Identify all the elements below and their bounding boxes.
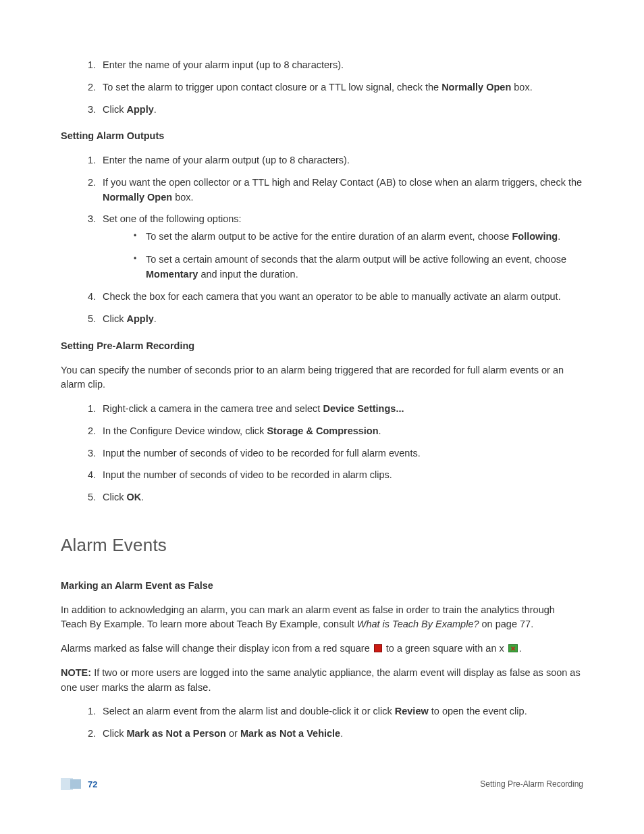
list-item: To set the alarm to trigger upon contact…: [99, 80, 583, 95]
subheading-marking-false: Marking an Alarm Event as False: [61, 579, 583, 594]
bold-text: Mark as Not a Vehicle: [240, 728, 340, 739]
step-text: to open the event clip.: [429, 706, 527, 716]
step-text: box.: [511, 82, 532, 93]
bold-text: Momentary: [146, 269, 198, 280]
red-square-icon: [374, 644, 382, 652]
step-text: Click: [103, 104, 126, 115]
bold-text: Following: [512, 231, 558, 242]
step-text: Click: [103, 492, 126, 502]
italic-text: What is Teach By Example?: [357, 619, 479, 629]
bold-text: Review: [395, 706, 429, 716]
para-text: to a green square with an x: [383, 643, 507, 654]
step-text: .: [340, 728, 343, 739]
bullet-text: To set a certain amount of seconds that …: [146, 254, 566, 265]
step-text: box.: [172, 192, 193, 203]
bold-text: Mark as Not a Person: [126, 728, 225, 739]
alarm-output-steps: Enter the name of your alarm output (up …: [61, 153, 583, 327]
list-item: Right-click a camera in the camera tree …: [99, 402, 583, 417]
bold-text: Storage & Compression: [267, 425, 378, 436]
list-item: Input the number of seconds of video to …: [99, 446, 583, 461]
subheading-alarm-outputs: Setting Alarm Outputs: [61, 129, 583, 144]
list-item: Enter the name of your alarm input (up t…: [99, 58, 583, 73]
bold-text: Normally Open: [441, 82, 511, 93]
para-text: .: [519, 643, 522, 654]
paragraph: In addition to acknowledging an alarm, y…: [61, 603, 583, 633]
step-text: If you want the open collector or a TTL …: [103, 177, 582, 188]
bold-text: OK: [126, 492, 141, 502]
note-text: If two or more users are logged into the…: [61, 667, 581, 693]
subheading-pre-alarm: Setting Pre-Alarm Recording: [61, 339, 583, 354]
list-item: If you want the open collector or a TTL …: [99, 176, 583, 205]
step-text: Click: [103, 313, 126, 324]
page-number: 72: [88, 778, 97, 791]
step-text: Input the number of seconds of video to …: [103, 448, 421, 459]
list-item: Select an alarm event from the alarm lis…: [99, 704, 583, 719]
step-text: Click: [103, 728, 126, 739]
step-text: Enter the name of your alarm input (up t…: [103, 59, 344, 70]
step-text: Set one of the following options:: [103, 213, 242, 224]
step-text: Input the number of seconds of video to …: [103, 469, 392, 480]
list-item: Enter the name of your alarm output (up …: [99, 153, 583, 168]
footer-section-label: Setting Pre-Alarm Recording: [480, 778, 583, 790]
note-paragraph: NOTE: If two or more users are logged in…: [61, 666, 583, 696]
step-text: Right-click a camera in the camera tree …: [103, 403, 323, 414]
para-text: Alarms marked as false will change their…: [61, 643, 373, 654]
bullet-text: and input the duration.: [198, 269, 298, 280]
step-text: .: [154, 104, 157, 115]
marking-false-steps: Select an alarm event from the alarm lis…: [61, 704, 583, 741]
green-square-x-icon: [508, 644, 518, 652]
paragraph: You can specify the number of seconds pr…: [61, 363, 583, 393]
document-page: Enter the name of your alarm input (up t…: [0, 0, 644, 741]
list-item: In the Configure Device window, click St…: [99, 424, 583, 439]
step-text: .: [379, 425, 381, 436]
list-item: Click OK.: [99, 490, 583, 505]
list-item: Click Apply.: [99, 312, 583, 327]
bold-text: Apply: [126, 313, 153, 324]
list-item: Click Mark as Not a Person or Mark as No…: [99, 727, 583, 741]
list-item: Set one of the following options: To set…: [99, 212, 583, 282]
bold-text: Device Settings...: [323, 403, 404, 414]
step-text: Check the box for each camera that you w…: [103, 291, 561, 302]
step-text: In the Configure Device window, click: [103, 425, 267, 436]
step-text: .: [141, 492, 144, 502]
pre-alarm-steps: Right-click a camera in the camera tree …: [61, 402, 583, 505]
step-text: or: [226, 728, 240, 739]
list-item: Input the number of seconds of video to …: [99, 468, 583, 483]
bold-text: Apply: [126, 104, 153, 115]
step-text: .: [154, 313, 157, 324]
note-label: NOTE:: [61, 667, 91, 678]
para-text: on page 77.: [479, 619, 534, 629]
bullet-item: To set a certain amount of seconds that …: [134, 253, 583, 282]
step-text: Select an alarm event from the alarm lis…: [103, 706, 395, 716]
paragraph: Alarms marked as false will change their…: [61, 642, 583, 656]
step-text: Enter the name of your alarm output (up …: [103, 155, 350, 165]
page-footer: 72 Setting Pre-Alarm Recording: [0, 778, 644, 791]
footer-left: 72: [61, 778, 97, 791]
step-text: To set the alarm to trigger upon contact…: [103, 82, 441, 93]
list-item: Click Apply.: [99, 103, 583, 118]
list-item: Check the box for each camera that you w…: [99, 290, 583, 305]
sub-bullet-list: To set the alarm output to be active for…: [103, 230, 583, 282]
bullet-item: To set the alarm output to be active for…: [134, 230, 583, 244]
bullet-text: .: [558, 231, 560, 242]
bold-text: Normally Open: [103, 192, 172, 203]
bullet-text: To set the alarm output to be active for…: [146, 231, 512, 242]
footer-logo-icon: [61, 778, 82, 790]
section-heading-alarm-events: Alarm Events: [61, 532, 583, 558]
alarm-input-steps: Enter the name of your alarm input (up t…: [61, 58, 583, 117]
